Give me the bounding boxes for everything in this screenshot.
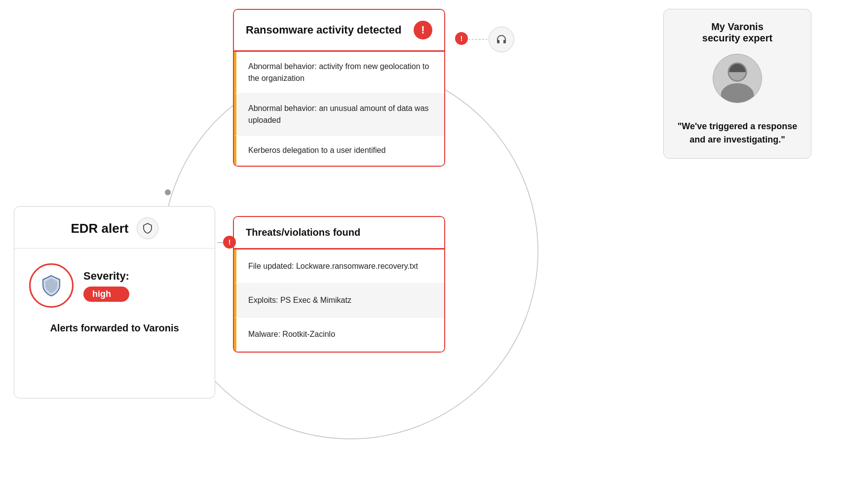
threat-item-3: Malware: Rootkit-Zacinlo: [234, 318, 444, 352]
threats-title: Threats/violations found: [246, 227, 360, 238]
anomaly-item-2: Abnormal behavior: an unusual amount of …: [234, 94, 444, 136]
threats-card: Threats/violations found File updated: L…: [233, 216, 445, 353]
expert-card: My Varonissecurity expert "We've trigger…: [663, 9, 811, 159]
shield-large-icon: [29, 263, 74, 308]
anomaly-list: Abnormal behavior: activity from new geo…: [234, 52, 444, 166]
edr-card-header: EDR alert: [14, 207, 215, 249]
alerts-forwarded: Alerts forwarded to Varonis: [29, 323, 200, 334]
edr-title: EDR alert: [71, 221, 128, 236]
connector-exclamation-top: !: [455, 32, 468, 45]
expert-quote: "We've triggered a response and are inve…: [674, 120, 801, 146]
shield-svg: [39, 273, 64, 298]
threat-item-2: Exploits: PS Exec & Mimikatz: [234, 284, 444, 318]
headphone-icon-circle: [489, 27, 514, 52]
severity-label: Severity:: [83, 270, 129, 283]
svg-point-5: [165, 189, 171, 195]
connector-exclamation-left: !: [223, 236, 236, 249]
severity-info: Severity: high: [83, 270, 129, 302]
svg-point-7: [721, 83, 754, 103]
severity-row: Severity: high: [29, 263, 200, 308]
expert-avatar: [713, 54, 762, 103]
scene: EDR alert Severity: high: [0, 0, 841, 504]
expert-title: My Varonissecurity expert: [702, 21, 772, 44]
shield-icon: [142, 222, 153, 234]
edr-card: EDR alert Severity: high: [14, 206, 215, 398]
anomaly-item-3: Kerberos delegation to a user identified: [234, 136, 444, 166]
ransomware-title: Ransomware activity detected: [246, 24, 401, 36]
shield-icon-circle: [137, 217, 158, 239]
ransomware-card: Ransomware activity detected ! Abnormal …: [233, 9, 445, 167]
severity-badge: high: [83, 287, 129, 302]
headphone-icon: [495, 33, 508, 46]
threats-header: Threats/violations found: [234, 217, 444, 250]
ransomware-alert-icon: !: [414, 21, 432, 39]
anomaly-item-1: Abnormal behavior: activity from new geo…: [234, 52, 444, 94]
ransomware-header: Ransomware activity detected !: [234, 10, 444, 52]
threat-item-1: File updated: Lockware.ransomware.recove…: [234, 250, 444, 284]
edr-card-body: Severity: high Alerts forwarded to Varon…: [14, 249, 215, 344]
threats-list: File updated: Lockware.ransomware.recove…: [234, 250, 444, 352]
